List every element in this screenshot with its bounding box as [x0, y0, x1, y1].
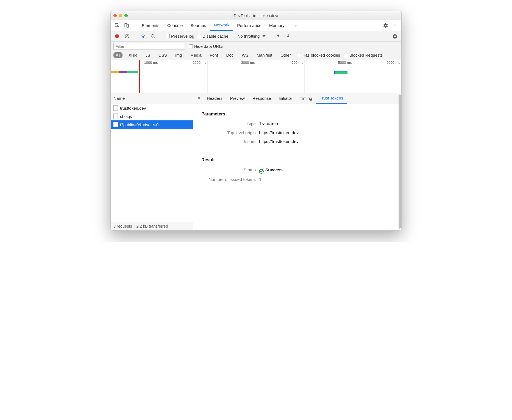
timeline-overview[interactable]: 1000 ms2000 ms3000 ms4000 ms5000 ms6000 … — [111, 60, 401, 93]
detail-tab-response[interactable]: Response — [249, 93, 275, 104]
filter-pill-xhr[interactable]: XHR — [126, 52, 140, 58]
request-name: i?public=0&private=0 — [120, 122, 158, 127]
preserve-log-checkbox[interactable]: Preserve log — [166, 34, 194, 38]
separator — [135, 33, 135, 40]
scrollbar-thumb[interactable] — [399, 95, 401, 229]
settings-gear-icon[interactable] — [382, 22, 389, 29]
param-value: 1 — [259, 177, 261, 182]
timeline-tick-label: 6000 ms — [386, 60, 400, 65]
requests-count: 3 requests — [113, 224, 132, 228]
separator — [270, 33, 270, 40]
svg-line-9 — [154, 37, 155, 38]
more-tabs-button[interactable]: » — [291, 20, 301, 31]
filter-pill-ws[interactable]: WS — [240, 52, 251, 58]
search-icon[interactable] — [149, 33, 157, 40]
throttling-select[interactable]: No throttling — [237, 34, 266, 38]
main-tab-elements[interactable]: Elements — [138, 20, 163, 31]
separator — [378, 22, 378, 29]
svg-point-5 — [395, 26, 396, 27]
blocked-requests-checkbox[interactable]: Blocked Requests — [344, 53, 383, 57]
request-list-header[interactable]: Name — [111, 93, 193, 104]
param-value: Issuance — [259, 121, 280, 126]
filter-pill-css[interactable]: CSS — [156, 52, 169, 58]
detail-panel: ✕ HeadersPreviewResponseInitiatorTimingT… — [193, 93, 401, 230]
result-title: Result — [201, 158, 393, 162]
result-row-tokens: Number of issued tokens 1 — [201, 177, 393, 182]
kebab-menu-icon[interactable] — [391, 22, 399, 29]
timeline-tick-label: 4000 ms — [290, 60, 303, 65]
detail-tab-trust-tokens[interactable]: Trust Tokens — [316, 93, 347, 104]
svg-rect-2 — [127, 24, 128, 27]
timeline-tick-label: 3000 ms — [241, 60, 255, 65]
file-icon — [113, 105, 118, 111]
close-detail-icon[interactable]: ✕ — [195, 96, 203, 101]
detail-tab-initiator[interactable]: Initiator — [275, 93, 296, 104]
detail-tab-strip: ✕ HeadersPreviewResponseInitiatorTimingT… — [193, 93, 401, 104]
svg-point-4 — [395, 25, 396, 26]
separator — [233, 33, 233, 40]
timeline-bar — [127, 71, 138, 73]
request-row[interactable]: cbor.js — [111, 112, 193, 120]
svg-rect-10 — [277, 38, 280, 38]
main-tab-network[interactable]: Network — [210, 20, 233, 31]
svg-rect-11 — [287, 38, 290, 38]
separator — [134, 22, 134, 29]
filter-pill-js[interactable]: JS — [143, 52, 152, 58]
divider — [193, 151, 401, 151]
request-list: Name trusttoken.devcbor.jsi?public=0&pri… — [111, 93, 193, 230]
main-tab-performance[interactable]: Performance — [233, 20, 265, 31]
upload-har-icon[interactable] — [275, 33, 282, 40]
timeline-bar — [334, 71, 347, 74]
filter-pill-all[interactable]: All — [113, 52, 123, 58]
timeline-tick-label: 2000 ms — [193, 60, 206, 65]
filter-pill-img[interactable]: Img — [173, 52, 184, 58]
param-row-type: Type Issuance — [201, 121, 393, 126]
content-split: Name trusttoken.devcbor.jsi?public=0&pri… — [111, 93, 401, 230]
param-value: Success — [259, 167, 283, 173]
param-label: Number of issued tokens — [201, 177, 259, 182]
request-row[interactable]: i?public=0&private=0 — [111, 120, 193, 129]
filter-pill-media[interactable]: Media — [188, 52, 204, 58]
main-tab-console[interactable]: Console — [163, 20, 187, 31]
detail-tab-preview[interactable]: Preview — [226, 93, 249, 104]
network-settings-gear-icon[interactable] — [391, 33, 399, 40]
file-icon — [113, 114, 118, 119]
filter-input[interactable] — [113, 43, 185, 50]
timeline-load-marker — [139, 60, 140, 93]
filter-pill-doc[interactable]: Doc — [224, 52, 236, 58]
detail-body: Parameters Type Issuance Top level origi… — [193, 104, 401, 230]
filter-pill-font[interactable]: Font — [208, 52, 220, 58]
svg-point-8 — [151, 34, 154, 37]
devtools-window: DevTools - trusttoken.dev/ ElementsConso… — [110, 11, 402, 231]
separator — [161, 33, 161, 40]
success-check-icon — [259, 169, 264, 174]
disable-cache-checkbox[interactable]: Disable cache — [197, 34, 228, 38]
main-tab-sources[interactable]: Sources — [187, 20, 210, 31]
param-label: Status — [201, 167, 259, 172]
request-name: trusttoken.dev — [120, 106, 146, 110]
main-tab-memory[interactable]: Memory — [265, 20, 288, 31]
record-button[interactable] — [113, 33, 121, 40]
detail-tab-headers[interactable]: Headers — [203, 93, 226, 104]
filter-pill-other[interactable]: Other — [278, 52, 293, 58]
titlebar: DevTools - trusttoken.dev/ — [111, 11, 401, 20]
transferred-size: 2.2 kB transferred — [137, 224, 168, 228]
request-name: cbor.js — [120, 114, 132, 119]
has-blocked-cookies-checkbox[interactable]: Has blocked cookies — [297, 53, 340, 57]
file-icon — [113, 122, 118, 127]
svg-line-7 — [125, 35, 128, 38]
device-toolbar-icon[interactable] — [123, 22, 130, 29]
detail-tab-timing[interactable]: Timing — [296, 93, 316, 104]
inspect-element-icon[interactable] — [113, 22, 121, 29]
filter-pill-manifest[interactable]: Manifest — [254, 52, 274, 58]
svg-point-3 — [395, 24, 396, 24]
download-har-icon[interactable] — [285, 33, 292, 40]
param-row-top-origin: Top level origin https://trusttoken.dev — [201, 130, 393, 135]
clear-icon[interactable] — [123, 33, 130, 40]
request-row[interactable]: trusttoken.dev — [111, 104, 193, 112]
chevron-down-icon — [262, 35, 266, 37]
network-toolbar: Preserve log Disable cache No throttling — [111, 31, 401, 42]
timeline-tick-label: 1000 ms — [144, 60, 158, 65]
hide-data-urls-checkbox[interactable]: Hide data URLs — [189, 44, 223, 49]
filter-funnel-icon[interactable] — [140, 33, 147, 40]
